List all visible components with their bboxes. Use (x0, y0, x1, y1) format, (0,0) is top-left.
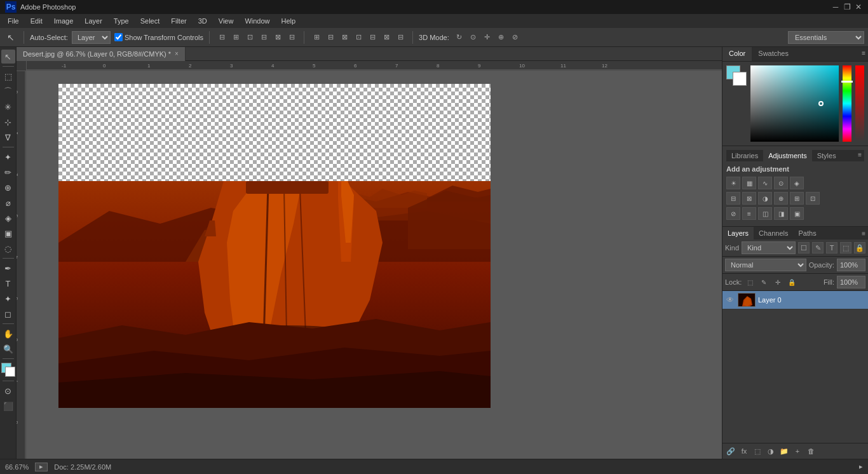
align-top-icon[interactable]: ⊟ (257, 31, 270, 44)
posterize-icon[interactable]: ≡ (742, 207, 756, 220)
menu-type[interactable]: Type (109, 16, 134, 26)
align-right-icon[interactable]: ⊡ (243, 31, 256, 44)
menu-filter[interactable]: Filter (166, 16, 191, 26)
status-toggle[interactable]: ▸ (35, 463, 48, 471)
background-color-swatch[interactable] (733, 72, 747, 86)
move-tool[interactable]: ↖ (1, 50, 15, 64)
3d-scale-icon[interactable]: ⊘ (509, 31, 522, 44)
hand-tool[interactable]: ✋ (1, 327, 15, 341)
tab-libraries[interactable]: Libraries (726, 150, 763, 161)
align-left-icon[interactable]: ⊟ (215, 31, 228, 44)
invert-icon[interactable]: ⊘ (726, 207, 740, 220)
3d-pan-icon[interactable]: ✛ (481, 31, 494, 44)
gradient-map-icon[interactable]: ▣ (790, 207, 804, 220)
quick-select-tool[interactable]: ✳ (1, 100, 15, 114)
gradient-tool[interactable]: ▣ (1, 226, 15, 240)
hsl-icon[interactable]: ⊟ (726, 192, 740, 205)
distribute-right-icon[interactable]: ⊠ (338, 31, 351, 44)
close-button[interactable]: ✕ (854, 3, 863, 11)
layer-filter-pixel-icon[interactable]: ☐ (798, 242, 810, 254)
marquee-tool[interactable]: ⬚ (1, 69, 15, 83)
adjustments-panel-menu[interactable]: ≡ (855, 150, 864, 161)
lock-position-icon[interactable]: ✛ (772, 276, 783, 288)
fill-input[interactable]: 100% (837, 276, 865, 288)
screen-mode-tool[interactable]: ⬛ (1, 399, 15, 413)
layer-fx-icon[interactable]: fx (738, 445, 750, 457)
lock-transparent-icon[interactable]: ⬚ (744, 276, 756, 288)
distribute-bottom-icon[interactable]: ⊠ (380, 31, 393, 44)
tab-adjustments[interactable]: Adjustments (763, 150, 812, 161)
levels-icon[interactable]: ▦ (742, 177, 756, 189)
brightness-contrast-icon[interactable]: ☀ (726, 177, 740, 189)
menu-view[interactable]: View (214, 16, 239, 26)
color-balance-icon[interactable]: ⊠ (742, 192, 756, 205)
align-center-icon[interactable]: ⊞ (229, 31, 242, 44)
menu-window[interactable]: Window (240, 16, 275, 26)
eraser-tool[interactable]: ◈ (1, 211, 15, 225)
background-color[interactable] (5, 367, 15, 377)
tab-channels[interactable]: Channels (754, 227, 793, 240)
canvas-area[interactable]: Desert.jpg @ 66.7% (Layer 0, RGB/8#/CMYK… (17, 47, 722, 459)
channel-mixer-icon[interactable]: ⊞ (790, 192, 804, 205)
opacity-strip[interactable] (855, 65, 864, 142)
zoom-tool[interactable]: 🔍 (1, 342, 15, 356)
menu-select[interactable]: Select (135, 16, 165, 26)
history-brush-tool[interactable]: ⌀ (1, 196, 15, 210)
tab-styles[interactable]: Styles (812, 150, 841, 161)
hue-strip[interactable] (843, 65, 851, 142)
show-transform-label[interactable]: Show Transform Controls (114, 33, 203, 41)
minimize-button[interactable]: ─ (831, 3, 840, 11)
color-lookup-icon[interactable]: ⊡ (806, 192, 820, 205)
align-bottom-icon[interactable]: ⊟ (285, 31, 298, 44)
menu-3d[interactable]: 3D (193, 16, 212, 26)
layer-visibility-toggle[interactable]: 👁 (725, 295, 735, 305)
blend-mode-select[interactable]: Normal Dissolve Multiply Screen Overlay (725, 259, 806, 271)
shape-tool[interactable]: ◻ (1, 307, 15, 321)
color-spectrum[interactable] (750, 65, 839, 142)
3d-slide-icon[interactable]: ⊕ (495, 31, 508, 44)
quick-mask-tool[interactable]: ⊙ (1, 384, 15, 398)
vibrance-icon[interactable]: ◈ (790, 177, 804, 189)
menu-layer[interactable]: Layer (79, 16, 107, 26)
workspace-dropdown[interactable]: Essentials Design Painting (788, 31, 864, 44)
layer-item-0[interactable]: 👁 Layer 0 (722, 291, 868, 309)
exposure-icon[interactable]: ⊙ (774, 177, 788, 189)
layer-filter-type-icon[interactable]: T (826, 242, 837, 254)
type-tool[interactable]: T (1, 276, 15, 290)
tab-swatches[interactable]: Swatches (752, 47, 795, 61)
status-forward[interactable]: ▸ (859, 463, 863, 471)
black-white-icon[interactable]: ◑ (758, 192, 772, 205)
document-tab[interactable]: Desert.jpg @ 66.7% (Layer 0, RGB/8#/CMYK… (17, 47, 186, 61)
color-panel-menu[interactable]: ≡ (859, 47, 868, 61)
layer-filter-smart-icon[interactable]: 🔒 (854, 242, 865, 254)
selective-color-icon[interactable]: ◨ (774, 207, 788, 220)
distribute-center-v-icon[interactable]: ⊟ (366, 31, 379, 44)
menu-edit[interactable]: Edit (25, 16, 48, 26)
brush-tool[interactable]: ✏ (1, 165, 15, 179)
layer-delete-icon[interactable]: 🗑 (805, 445, 817, 457)
layer-link-icon[interactable]: 🔗 (725, 445, 736, 457)
lock-all-icon[interactable]: 🔒 (786, 276, 797, 288)
distribute-center-h-icon[interactable]: ⊟ (324, 31, 337, 44)
layer-filter-adjust-icon[interactable]: ✎ (812, 242, 824, 254)
lasso-tool[interactable]: ⌒ (1, 85, 15, 98)
layer-filter-shape-icon[interactable]: ⬚ (840, 242, 851, 254)
distribute-extra-icon[interactable]: ⊟ (394, 31, 407, 44)
threshold-icon[interactable]: ◫ (758, 207, 772, 220)
distribute-top-icon[interactable]: ⊡ (352, 31, 365, 44)
crop-tool[interactable]: ⊹ (1, 115, 15, 129)
photo-filter-icon[interactable]: ⊕ (774, 192, 788, 205)
menu-help[interactable]: Help (276, 16, 301, 26)
eyedropper-tool[interactable]: ∇ (1, 130, 15, 144)
dodge-tool[interactable]: ◌ (1, 241, 15, 255)
tab-layers[interactable]: Layers (722, 227, 754, 240)
spot-heal-tool[interactable]: ✦ (1, 150, 15, 164)
layer-mask-icon[interactable]: ⬚ (752, 445, 763, 457)
layers-kind-select[interactable]: Kind Name Effect Mode Attribute Color (742, 241, 796, 254)
canvas-viewport[interactable] (27, 71, 722, 459)
lock-image-icon[interactable]: ✎ (758, 276, 770, 288)
curves-icon[interactable]: ∿ (758, 177, 772, 189)
auto-select-dropdown[interactable]: Layer Group (72, 31, 111, 44)
tab-close-button[interactable]: × (175, 50, 179, 57)
layer-new-icon[interactable]: + (792, 445, 803, 457)
